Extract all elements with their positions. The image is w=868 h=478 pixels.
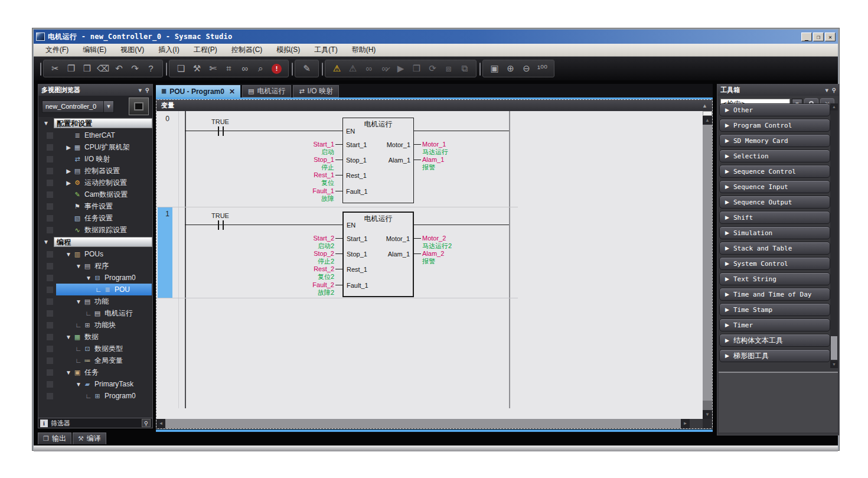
expand-triangle-icon[interactable]: ▼ [38,239,54,245]
minimize-button[interactable]: _ [801,32,812,41]
tree-item-Program0[interactable]: ▼⊟Program0 [38,272,152,284]
vscroll-thumb[interactable] [703,125,712,401]
tree-item-CPU/扩展机架[interactable]: ▶▦CPU/扩展机架 [38,141,152,153]
zoom-in-icon[interactable]: ⊕ [502,60,518,77]
monitor-stop-icon[interactable]: ∞̷ [377,60,393,77]
tree-expander-icon[interactable]: ▼ [65,251,72,258]
tree-item-POUs[interactable]: ▼▥POUs [38,248,152,260]
tree-item-全局变量[interactable]: ∟≔全局变量 [38,355,152,366]
toolbox-category-结构体文本工具[interactable]: ▶结构体文本工具 [719,334,830,347]
horizontal-scrollbar[interactable]: ◂ ▸ [156,419,703,428]
tree-item-数据类型[interactable]: ∟⊡数据类型 [38,343,152,355]
input-arg[interactable]: Rest_1复位 [246,171,334,187]
bottom-tab-输出[interactable]: ❐输出 [38,433,71,444]
expand-triangle-icon[interactable]: ▼ [38,120,54,126]
warning-off-icon[interactable]: ⚠ [345,60,361,77]
copy-icon[interactable]: ❐ [63,60,79,77]
menu-item-2[interactable]: 编辑(E) [76,44,113,56]
cut-icon[interactable]: ✂ [47,60,63,77]
editor-tab-POU - Program0[interactable]: ≣POU - Program0✕ [156,85,240,97]
input-arg[interactable]: Fault_1故障 [246,187,334,203]
menu-item-3[interactable]: 视图(V) [113,44,151,56]
scroll-right-icon[interactable]: ▸ [681,419,690,428]
chevron-down-icon[interactable]: ▾ [139,87,142,93]
toolbox-category-梯形图工具[interactable]: ▶梯形图工具 [719,349,830,362]
tree-item-Program0[interactable]: ∟⊞Program0 [38,390,152,402]
search-icon[interactable]: ⌕ [253,60,269,77]
tab-close-icon[interactable]: ✕ [229,87,235,96]
tree-item-任务[interactable]: ▼▣任务 [38,366,152,378]
tree-expander-icon[interactable]: ▼ [85,275,92,281]
scroll-up-icon[interactable]: ▲ [830,103,838,110]
menu-item-9[interactable]: 帮助(H) [345,44,383,56]
tree-elbow[interactable]: ∟ [85,392,92,399]
contact-label[interactable]: TRUE [197,118,244,125]
delete-icon[interactable]: ⌫ [95,60,111,77]
paste-icon[interactable]: ❒ [79,60,95,77]
toolbox-category-Time Stamp[interactable]: ▶Time Stamp [719,303,830,316]
close-button[interactable]: ✕ [825,32,836,41]
toolbox-category-Program Control[interactable]: ▶Program Control [719,119,830,132]
scroll-left-icon[interactable]: ◂ [156,419,165,428]
rebuild-icon[interactable]: ✄ [205,60,221,77]
menu-item-5[interactable]: 工程(P) [187,44,224,56]
tree-expander-icon[interactable]: ▶ [65,144,72,151]
dropdown-arrow-icon[interactable]: ▼ [103,101,113,112]
input-arg[interactable]: Start_1启动 [246,141,334,157]
tree-item-任务设置[interactable]: ▧任务设置 [38,212,152,224]
tree-elbow[interactable]: ∟ [75,345,82,352]
toolbox-category-Sequence Control[interactable]: ▶Sequence Control [719,165,830,178]
input-arg[interactable]: Stop_1停止 [246,156,334,172]
window-icon[interactable]: ❏ [173,60,189,77]
tree-expander-icon[interactable]: ▼ [65,334,72,340]
output-arg[interactable]: Alam_2报警 [422,250,517,266]
tree-item-I/O 映射[interactable]: ⇄I/O 映射 [38,153,152,165]
tree-item-POU[interactable]: ∟≣POU [38,284,152,295]
toolbox-scroll-thumb[interactable] [831,336,837,360]
ladder-canvas[interactable]: 0 TRUE 电机运行 EN Start_1 Stop_1 Rest_1 Fau… [156,111,703,419]
undo-icon[interactable]: ↶ [111,60,127,77]
pin-icon[interactable]: ⚲ [832,87,836,93]
toolbox-category-Shift[interactable]: ▶Shift [719,211,830,224]
toolbox-category-Time and Time of Day[interactable]: ▶Time and Time of Day [719,288,830,301]
tree-item-事件设置[interactable]: ⚑事件设置 [38,200,152,212]
contact-label[interactable]: TRUE [197,212,244,219]
output-arg[interactable]: Alam_1报警 [422,156,517,172]
collapse-triangle-icon[interactable]: ▲ [702,103,707,109]
rung-number[interactable]: 1 [156,210,178,218]
filter-pin-icon[interactable]: ⚲ [142,419,151,427]
error-list-icon[interactable]: ! [272,64,282,74]
tree-item-数据[interactable]: ▼▦数据 [38,331,152,343]
controller-select[interactable]: new_Controller_0 ▼ [42,100,114,113]
tree-elbow[interactable]: ∟ [95,286,102,293]
function-block[interactable]: 电机运行 EN Start_1 Stop_1 Rest_1 Fault_1 Mo… [342,118,414,203]
toolbox-category-System Control[interactable]: ▶System Control [719,257,830,270]
tree-expander-icon[interactable]: ▼ [75,381,82,388]
toolbox-category-Simulation[interactable]: ▶Simulation [719,226,830,239]
scroll-down-icon[interactable]: ▼ [830,361,838,368]
input-arg[interactable]: Stop_2停止2 [246,250,334,266]
toolbox-category-Sequence Input[interactable]: ▶Sequence Input [719,180,830,193]
redo-icon[interactable]: ↷ [127,60,143,77]
toolbox-category-Other[interactable]: ▶Other [719,103,830,116]
tree-elbow[interactable]: ∟ [85,310,92,317]
build-icon[interactable]: ⚒ [189,60,205,77]
variable-edit-icon[interactable]: ✎ [299,60,315,77]
tree-item-电机运行[interactable]: ∟▤电机运行 [38,307,152,319]
scroll-up-icon[interactable]: ▲ [703,116,712,125]
chevron-down-icon[interactable]: ▾ [825,87,828,93]
tree-item-数据跟踪设置[interactable]: ∿数据跟踪设置 [38,224,152,236]
tree-section-header[interactable]: ▼编程 [38,236,152,248]
toolbox-category-Selection[interactable]: ▶Selection [719,149,830,162]
tree-item-控制器设置[interactable]: ▶▤控制器设置 [38,165,152,177]
tree-item-程序[interactable]: ▼▤程序 [38,260,152,272]
warning-on-icon[interactable]: ⚠ [329,60,345,77]
tree-item-功能块[interactable]: ∟⊞功能块 [38,319,152,331]
toolbox-category-SD Memory Card[interactable]: ▶SD Memory Card [719,134,830,147]
step-run-icon[interactable]: ▶ [393,60,409,77]
output-arg[interactable]: Motor_1马达运行 [422,141,517,157]
scroll-down-icon[interactable]: ▼ [703,410,712,419]
menu-item-8[interactable]: 工具(T) [307,44,344,56]
menu-item-6[interactable]: 控制器(C) [224,44,270,56]
tree-expander-icon[interactable]: ▼ [75,298,82,305]
